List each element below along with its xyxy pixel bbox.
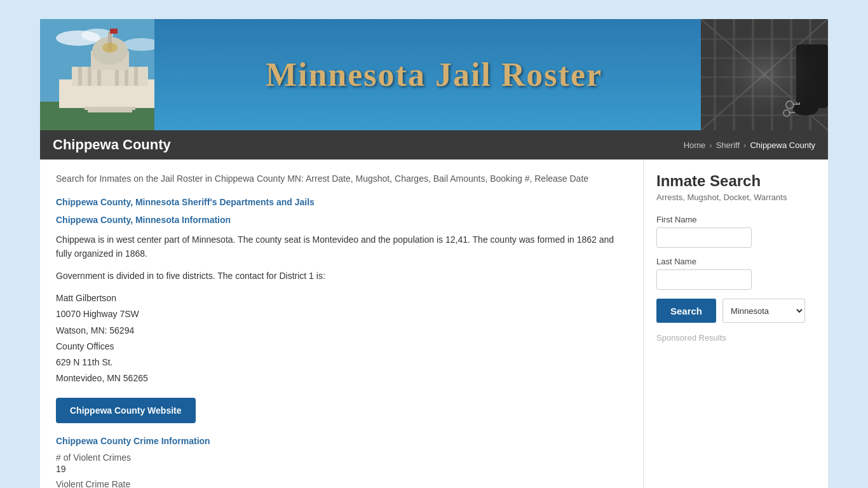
svg-rect-9 [78,67,82,86]
state-select[interactable]: Minnesota Alabama Alaska Arizona Arkansa… [722,299,805,323]
last-name-input[interactable] [656,269,752,290]
contact-address2: Watson, MN: 56294 [56,323,627,339]
sponsored-results: Sponsored Results [656,333,815,342]
last-name-label: Last Name [656,257,815,266]
svg-rect-6 [85,107,135,110]
crime-info-title: Chippewa County Crime Information [56,436,627,446]
info-link[interactable]: Chippewa County, Minnesota Information [56,215,627,225]
breadcrumb-home[interactable]: Home [684,140,706,150]
sheriffs-link[interactable]: Chippewa County, Minnesota Sheriff's Dep… [56,197,627,207]
site-title: Minnesota Jail Roster [266,56,602,93]
header-banner: Minnesota Jail Roster [40,19,828,130]
violent-crime-rate-label: Violent Crime Rate [56,479,627,488]
contact-address4: 629 N 11th St. [56,355,627,370]
description-2: Government is divided in to five distric… [56,269,627,283]
svg-point-19 [102,43,118,53]
svg-rect-18 [110,29,118,34]
content-area: Search for Inmates on the Jail Roster in… [40,159,644,488]
svg-rect-45 [701,19,828,130]
contact-address5: Montevideo, MN 56265 [56,370,627,386]
sidebar-subtitle: Arrests, Mugshot, Docket, Warrants [656,193,815,202]
contact-address3: County Offices [56,339,627,355]
intro-text: Search for Inmates on the Jail Roster in… [56,172,627,186]
page-title: Chippewa County [53,137,171,153]
breadcrumb-sheriff[interactable]: Sheriff [716,140,740,150]
violent-crimes-label: # of Violent Crimes [56,452,627,463]
county-website-button[interactable]: Chippewa County Website [56,398,196,423]
breadcrumb-sep-1: › [709,140,712,150]
contact-address1: 10070 Highway 7SW [56,306,627,322]
sidebar-title: Inmate Search [656,172,815,190]
first-name-input[interactable] [656,227,752,248]
main-wrapper: Search for Inmates on the Jail Roster in… [40,159,828,488]
contact-name: Matt Gilbertson [56,290,627,306]
svg-rect-14 [134,67,138,86]
contact-info: Matt Gilbertson 10070 Highway 7SW Watson… [56,290,627,386]
search-button[interactable]: Search [656,299,716,323]
sidebar: Inmate Search Arrests, Mugshot, Docket, … [644,159,828,488]
svg-rect-7 [88,110,132,112]
search-row: Search Minnesota Alabama Alaska Arizona … [656,299,815,323]
first-name-label: First Name [656,215,815,224]
jail-image [701,19,828,130]
breadcrumb-bar: Chippewa County Home › Sheriff › Chippew… [40,130,828,159]
description-1: Chippewa is in west center part of Minne… [56,233,627,261]
violent-crimes-value: 19 [56,464,627,474]
breadcrumb-current: Chippewa County [750,140,815,150]
breadcrumb: Home › Sheriff › Chippewa County [684,140,815,150]
breadcrumb-sep-2: › [743,140,746,150]
